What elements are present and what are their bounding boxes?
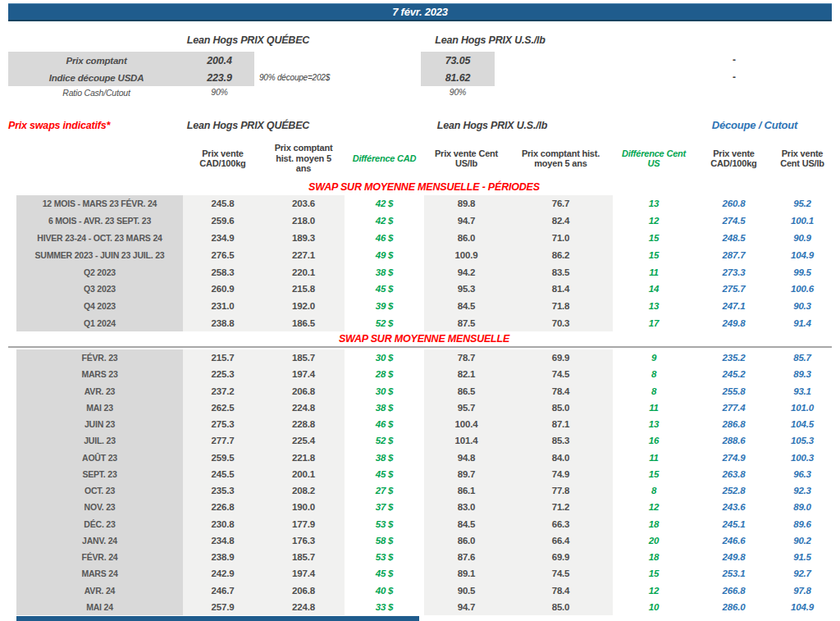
cell-us-vente[interactable]: 89.1 [424, 565, 509, 582]
spot-decoupe-dash[interactable]: - [693, 54, 775, 66]
cell-decoupe-cad[interactable]: 255.8 [695, 383, 773, 400]
cell-diff-us[interactable]: 10 [613, 599, 695, 615]
cell-decoupe-us[interactable]: 91.5 [773, 549, 832, 565]
cell-decoupe-cad[interactable]: 246.6 [695, 532, 773, 549]
cell-decoupe-cad[interactable]: 273.3 [695, 263, 773, 281]
cell-diff-cad[interactable]: 33 $ [345, 599, 424, 615]
cell-diff-us[interactable]: 11 [613, 400, 695, 416]
cell-us-vente[interactable]: 84.5 [424, 298, 509, 315]
cell-diff-us[interactable]: 15 [613, 466, 695, 482]
cell-us-hist[interactable]: 77.8 [509, 482, 613, 499]
cell-decoupe-us[interactable]: 92.7 [773, 565, 832, 582]
cell-decoupe-cad[interactable]: 245.1 [695, 516, 773, 532]
cell-decoupe-cad[interactable]: 243.6 [695, 499, 773, 515]
cell-cad-hist[interactable]: 189.3 [262, 230, 345, 247]
cell-us-vente[interactable]: 86.0 [424, 230, 509, 247]
row-label[interactable]: Q1 2024 [16, 315, 183, 332]
cell-us-vente[interactable]: 94.2 [424, 263, 509, 281]
cell-cad-hist[interactable]: 190.0 [262, 499, 345, 515]
cell-decoupe-cad[interactable]: 274.5 [695, 212, 773, 230]
cell-cad-vente[interactable]: 238.8 [183, 315, 262, 332]
cell-us-vente[interactable]: 84.5 [424, 516, 509, 532]
cell-diff-cad[interactable]: 42 $ [345, 212, 424, 230]
cell-us-vente[interactable]: 100.9 [424, 246, 509, 263]
cell-decoupe-us[interactable]: 92.3 [773, 482, 832, 499]
cell-cad-vente[interactable]: 259.5 [183, 450, 262, 466]
cell-cad-hist[interactable]: 186.5 [262, 315, 345, 332]
spot-qc-value[interactable]: 223.9 [185, 69, 254, 86]
cell-diff-cad[interactable]: 39 $ [345, 298, 424, 315]
cell-decoupe-us[interactable]: 104.9 [773, 246, 832, 263]
row-label[interactable]: AVR. 23 [16, 383, 183, 400]
cell-diff-us[interactable]: 13 [613, 195, 695, 212]
row-label[interactable]: HIVER 23-24 - OCT. 23 MARS 24 [16, 230, 183, 247]
cell-decoupe-cad[interactable]: 277.4 [695, 400, 773, 416]
cell-cad-hist[interactable]: 203.6 [262, 195, 345, 212]
cell-cad-vente[interactable]: 225.3 [183, 366, 262, 382]
cell-us-vente[interactable]: 90.5 [424, 582, 509, 599]
ratio-us-value[interactable]: 90% [421, 87, 495, 97]
cell-cad-vente[interactable]: 245.5 [183, 466, 262, 482]
cell-us-hist[interactable]: 81.4 [509, 281, 613, 298]
row-label[interactable]: 6 MOIS - AVR. 23 SEPT. 23 [16, 212, 183, 230]
cell-diff-us[interactable]: 11 [613, 263, 695, 281]
cell-decoupe-us[interactable]: 100.3 [773, 450, 832, 466]
row-label[interactable]: MAI 24 [16, 599, 183, 615]
cell-cad-vente[interactable]: 276.5 [183, 246, 262, 263]
cell-decoupe-us[interactable]: 96.3 [773, 466, 832, 482]
cell-diff-us[interactable]: 8 [613, 482, 695, 499]
cell-cad-vente[interactable]: 230.8 [183, 516, 262, 532]
cell-cad-vente[interactable]: 277.7 [183, 432, 262, 449]
cell-cad-hist[interactable]: 200.1 [262, 466, 345, 482]
row-label[interactable]: Q4 2023 [16, 298, 183, 315]
cell-cad-vente[interactable]: 237.2 [183, 383, 262, 400]
cell-diff-cad[interactable]: 46 $ [345, 230, 424, 247]
row-label[interactable]: SEPT. 23 [16, 466, 183, 482]
row-label[interactable]: FÉVR. 23 [16, 349, 183, 366]
cell-us-vente[interactable]: 89.8 [424, 195, 509, 212]
cell-diff-us[interactable]: 18 [613, 549, 695, 565]
row-label[interactable]: MARS 24 [16, 565, 183, 582]
cell-us-hist[interactable]: 85.3 [509, 432, 613, 449]
cell-us-hist[interactable]: 74.5 [509, 366, 613, 382]
cell-cad-hist[interactable]: 227.1 [262, 246, 345, 263]
cell-cad-hist[interactable]: 225.4 [262, 432, 345, 449]
cell-us-vente[interactable]: 87.5 [424, 315, 509, 332]
cell-decoupe-cad[interactable]: 249.8 [695, 549, 773, 565]
cell-us-vente[interactable]: 86.5 [424, 383, 509, 400]
cell-diff-cad[interactable]: 45 $ [345, 281, 424, 298]
cell-us-hist[interactable]: 66.3 [509, 516, 613, 532]
cell-diff-us[interactable]: 13 [613, 416, 695, 432]
cell-cad-hist[interactable]: 215.8 [262, 281, 345, 298]
cell-cad-hist[interactable]: 218.0 [262, 212, 345, 230]
spot-qc-value[interactable]: 200.4 [185, 52, 254, 69]
cell-cad-hist[interactable]: 176.3 [262, 532, 345, 549]
cell-decoupe-cad[interactable]: 286.8 [695, 416, 773, 432]
cell-diff-cad[interactable]: 40 $ [345, 582, 424, 599]
cell-diff-cad[interactable]: 27 $ [345, 482, 424, 499]
cell-diff-cad[interactable]: 45 $ [345, 565, 424, 582]
cell-us-hist[interactable]: 85.0 [509, 599, 613, 615]
cell-diff-us[interactable]: 18 [613, 516, 695, 532]
cell-decoupe-us[interactable]: 90.3 [773, 298, 832, 315]
cell-cad-vente[interactable]: 226.8 [183, 499, 262, 515]
cell-diff-us[interactable]: 8 [613, 383, 695, 400]
cell-decoupe-cad[interactable]: 263.8 [695, 466, 773, 482]
cell-us-vente[interactable]: 89.7 [424, 466, 509, 482]
cell-diff-us[interactable]: 13 [613, 298, 695, 315]
cell-decoupe-cad[interactable]: 274.9 [695, 450, 773, 466]
spot-row-label[interactable]: Indice découpe USDA [8, 69, 185, 86]
cell-us-hist[interactable]: 71.8 [509, 298, 613, 315]
cell-cad-hist[interactable]: 192.0 [262, 298, 345, 315]
cell-us-hist[interactable]: 83.5 [509, 263, 613, 281]
cell-diff-cad[interactable]: 45 $ [345, 466, 424, 482]
cell-diff-cad[interactable]: 30 $ [345, 383, 424, 400]
row-label[interactable]: NOV. 23 [16, 499, 183, 515]
spot-us-value[interactable]: 81.62 [421, 69, 495, 86]
cell-cad-vente[interactable]: 262.5 [183, 400, 262, 416]
cell-decoupe-us[interactable]: 100.1 [773, 212, 832, 230]
cell-us-hist[interactable]: 78.4 [509, 582, 613, 599]
row-label[interactable]: FÉVR. 24 [16, 549, 183, 565]
cell-us-hist[interactable]: 69.9 [509, 549, 613, 565]
cell-diff-cad[interactable]: 52 $ [345, 315, 424, 332]
